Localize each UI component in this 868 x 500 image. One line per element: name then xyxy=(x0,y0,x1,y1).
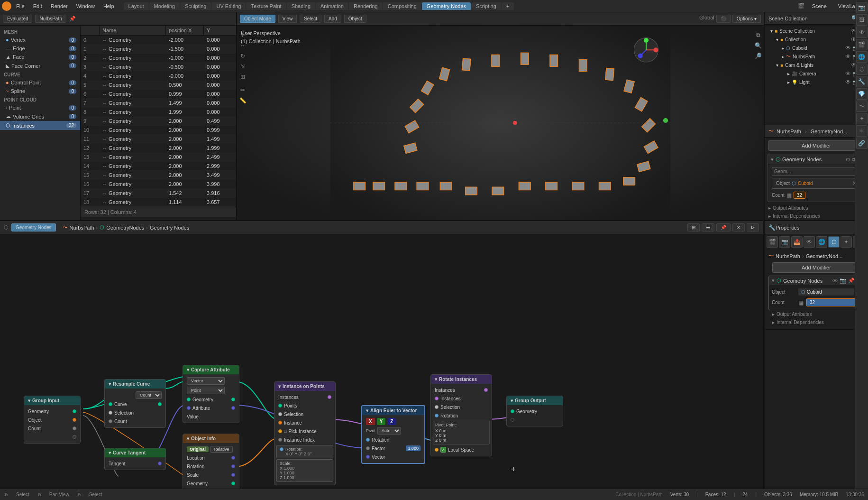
viewport-options-btn[interactable]: Options ▾ xyxy=(732,15,761,23)
tab-texture-paint[interactable]: Texture Paint xyxy=(246,2,286,10)
iop-pick-socket[interactable] xyxy=(278,429,282,433)
tab-add[interactable]: + xyxy=(502,2,514,10)
zoom-in[interactable]: 🔍 xyxy=(753,41,763,50)
table-row[interactable]: 16 ↔Geometry 2.000 3.998 0.000 xyxy=(81,180,236,189)
viewport-view-btn[interactable]: View xyxy=(278,15,297,23)
table-row[interactable]: 18 ↔Geometry 1.114 3.657 0.000 xyxy=(81,198,236,207)
rc-mode-select[interactable]: Count xyxy=(136,391,162,399)
table-row[interactable]: 6 ↔Geometry 0.999 0.000 0.000 xyxy=(81,90,236,99)
oi-relative-btn[interactable]: Relative xyxy=(210,446,233,453)
rc-curve-out-socket[interactable] xyxy=(158,402,162,406)
menu-edit[interactable]: Edit xyxy=(29,2,46,10)
oi-original-btn[interactable]: Original xyxy=(187,446,209,452)
internal-deps-section[interactable]: ▸ Internal Dependencies xyxy=(765,212,868,220)
ne-sidebar-btn[interactable]: ⊳ xyxy=(747,223,759,231)
oi-collapse[interactable]: ▾ xyxy=(187,436,189,441)
viewport-select-btn[interactable]: Select xyxy=(300,15,321,23)
table-row[interactable]: 11 ↔Geometry 2.000 1.499 0.000 xyxy=(81,135,236,144)
menu-window[interactable]: Window xyxy=(73,2,99,10)
ne-bc-gn[interactable]: Geometry Nodes xyxy=(150,225,189,231)
tab-layout[interactable]: Layout xyxy=(124,2,149,10)
table-row[interactable]: 7 ↔Geometry 1.499 0.000 0.000 xyxy=(81,99,236,108)
rc-collapse[interactable]: ▾ xyxy=(109,381,111,387)
ne-pin-btn[interactable]: 📌 xyxy=(716,223,731,231)
ne-bc-nurbs[interactable]: NurbsPath xyxy=(70,225,94,231)
ne-bc-geo[interactable]: GeometryNodes xyxy=(106,225,144,231)
prop-tab-render[interactable]: 📷 xyxy=(779,236,790,248)
prop-obj-value[interactable]: ⬡ Cuboid xyxy=(798,288,854,296)
move-tool[interactable]: ↔ xyxy=(238,41,247,50)
tab-scripting[interactable]: Scripting xyxy=(471,2,501,10)
axis-z-btn[interactable]: Z xyxy=(387,418,396,425)
ri-sel-socket[interactable] xyxy=(435,405,439,409)
outliner-scene-collection[interactable]: ▾ ■ Scene Collection 👁 📷 xyxy=(767,27,866,35)
ne-close-btn[interactable]: ✕ xyxy=(732,223,745,231)
annotate-tool[interactable]: ✏ xyxy=(238,85,247,95)
dt-edge[interactable]: — Edge 0 xyxy=(0,44,80,53)
prop-gn-eye[interactable]: 👁 xyxy=(832,278,838,284)
table-row[interactable]: 10 ↔Geometry 2.000 0.999 0.000 xyxy=(81,126,236,135)
table-row[interactable]: 8 ↔Geometry 1.999 0.000 0.000 xyxy=(81,108,236,117)
oi-loc-socket[interactable] xyxy=(231,456,235,460)
rotate-tool[interactable]: ↻ xyxy=(238,51,247,61)
outliner-camera[interactable]: ▸ 🎥 Camera 👁 📷 ⊙ xyxy=(784,69,866,78)
iop-collapse[interactable]: ▾ xyxy=(278,384,281,389)
table-row[interactable]: 9 ↔Geometry 2.000 0.499 0.000 xyxy=(81,117,236,126)
eye6[interactable]: 👁 xyxy=(845,70,851,77)
ne-snap-btn[interactable]: ⊞ xyxy=(687,223,700,231)
col-y[interactable]: Y xyxy=(204,26,236,35)
table-row[interactable]: 5 ↔Geometry 0.500 0.000 0.000 xyxy=(81,81,236,90)
ca-collapse[interactable]: ▾ xyxy=(187,367,189,372)
prop-tab-view[interactable]: 👁 xyxy=(804,236,815,248)
ri-local-check[interactable]: ✓ xyxy=(440,447,446,453)
prop-count-value-box[interactable]: 32 xyxy=(806,298,861,306)
outliner-cam-lights[interactable]: ▾ ■ Cam & Lights 👁 📷 xyxy=(772,61,866,69)
prop-tab-output[interactable]: 📤 xyxy=(791,236,803,248)
aetv-vec-socket[interactable] xyxy=(366,455,370,459)
dt-vertex[interactable]: ● Vertex 0 xyxy=(0,36,80,44)
tab-compositing[interactable]: Compositing xyxy=(383,2,421,10)
transform-tool[interactable]: ⊞ xyxy=(238,72,247,82)
viewport-mode-btn[interactable]: Object Mode xyxy=(240,15,275,23)
table-row[interactable]: 13 ↔Geometry 2.000 2.499 0.000 xyxy=(81,153,236,162)
viewport-canvas[interactable]: User Perspective (1) Collection | NurbsP… xyxy=(237,26,764,220)
tab-uv-editing[interactable]: UV Editing xyxy=(211,2,246,10)
viewport-add-btn[interactable]: Add xyxy=(324,15,341,23)
ne-menu-btn[interactable]: ☰ xyxy=(702,223,714,231)
gi-collapse[interactable]: ▾ xyxy=(28,398,30,403)
outliner-nurbspath[interactable]: ▸ 〜 NurbsPath 👁 📷 ⊙ xyxy=(778,52,866,61)
ca-geo-in-socket[interactable] xyxy=(187,398,191,401)
aetv-collapse[interactable]: ▾ xyxy=(366,408,368,413)
output-attrs-section[interactable]: ▸ Output Attributes xyxy=(765,204,868,212)
col-pos[interactable]: position X xyxy=(166,26,204,35)
oi-rot-socket[interactable] xyxy=(231,464,235,468)
prop-tab-object[interactable]: ⬡ xyxy=(828,236,840,248)
prop-add-mod-btn[interactable]: Add Modifier xyxy=(772,262,860,273)
cursor-tool[interactable]: ✛ xyxy=(238,30,247,40)
axis-x-btn[interactable]: X xyxy=(366,418,375,425)
prop-output-attrs[interactable]: ▸ Output Attributes xyxy=(768,310,864,318)
gi-geometry-socket[interactable] xyxy=(73,409,76,413)
dt-instances[interactable]: ⬡ Instances 32 xyxy=(0,121,80,130)
dt-face-corner[interactable]: ◣ Face Corner 0 xyxy=(0,61,80,70)
rc-sel-socket[interactable] xyxy=(109,411,112,415)
oi-geo-socket[interactable] xyxy=(231,481,235,485)
ri-local-socket[interactable] xyxy=(435,448,439,452)
table-row[interactable]: 4 ↔Geometry -0.000 0.000 0.000 xyxy=(81,72,236,81)
prop-tab-world[interactable]: 🌐 xyxy=(816,236,827,248)
scene-name[interactable]: Scene xyxy=(808,2,831,10)
rc-cnt-socket[interactable] xyxy=(109,419,112,423)
tab-rendering[interactable]: Rendering xyxy=(349,2,383,10)
viewport-object-btn[interactable]: Object xyxy=(344,15,366,23)
dt-point[interactable]: · Point 0 xyxy=(0,103,80,112)
eye7[interactable]: 👁 xyxy=(845,79,851,85)
tab-sculpting[interactable]: Sculpting xyxy=(180,2,211,10)
menu-file[interactable]: File xyxy=(12,2,28,10)
aetv-rot-in-socket[interactable] xyxy=(366,438,370,442)
gn-expand[interactable]: ▾ xyxy=(771,157,774,163)
ri-inst-out-socket[interactable] xyxy=(484,388,488,392)
aetv-factor-value[interactable]: 1.000 xyxy=(406,445,420,451)
iop-rot-socket[interactable] xyxy=(280,447,283,451)
iop-inst-out-socket[interactable] xyxy=(328,395,331,399)
go-geo-socket[interactable] xyxy=(511,409,514,413)
